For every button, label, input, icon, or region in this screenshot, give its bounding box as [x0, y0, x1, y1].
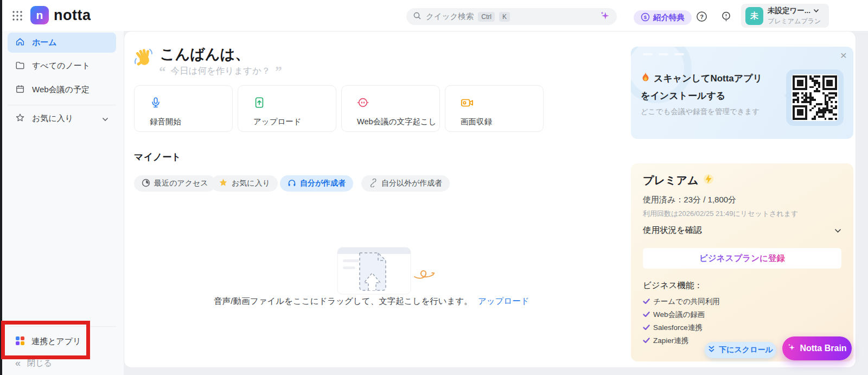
dollar-circle-icon: $ [641, 12, 650, 23]
premium-plan-panel: プレミアム 使用済み：23分 / 1,800分 利用回数は2026/02/25 … [631, 163, 853, 361]
notta-brain-button[interactable]: Notta Brain [782, 336, 852, 360]
sidebar-item-label: お気に入り [32, 113, 73, 124]
chevron-down-icon [813, 7, 819, 15]
top-header: n notta クイック検索 Ctrl K [0, 0, 868, 31]
business-plan-upgrade-button[interactable]: ビジネスプランに登録 [643, 248, 841, 269]
greeting-title: こんばんは、 [160, 45, 250, 64]
kbd-ctrl: Ctrl [478, 12, 495, 22]
sidebar-divider [8, 105, 116, 105]
empty-state-caption: 音声/動画ファイルをここにドラッグして、文字起こしを行います。アップロード [124, 296, 619, 307]
sidebar-item-label: すべてのノート [32, 61, 90, 71]
integrations-apps-icon [15, 336, 25, 347]
sparkle-icon [787, 343, 796, 354]
filter-favorites[interactable]: お気に入り [211, 175, 278, 192]
quote-close-icon: ” [275, 67, 282, 75]
feature-item: Web会議の録画 [643, 310, 705, 320]
workspace-selector[interactable]: 未 未設定ワー... プレミアムプラン [741, 4, 829, 28]
window-edge-strip [0, 0, 2, 375]
meeting-bot-icon [357, 101, 369, 110]
empty-state-illustration [337, 243, 437, 298]
home-icon [15, 37, 25, 48]
action-label: 画面収録 [461, 117, 543, 127]
referral-bonus-button[interactable]: $ 紹介特典 [634, 10, 692, 25]
qr-code [793, 75, 837, 120]
filter-created-by-me[interactable]: 自分が作成者 [280, 175, 353, 192]
help-icon[interactable]: ? [695, 10, 707, 22]
sidebar-divider [8, 326, 116, 327]
filter-label: 最近のアクセス [154, 179, 208, 188]
file-upload-icon [253, 101, 265, 110]
close-icon[interactable]: × [840, 49, 847, 62]
filter-label: 自分以外が作成者 [381, 179, 442, 188]
usage-status-toggle[interactable]: 使用状況を確認 [643, 225, 841, 236]
filter-label: 自分が作成者 [300, 179, 346, 188]
workspace-plan: プレミアムプラン [768, 17, 821, 25]
qr-code-bubble [786, 69, 844, 126]
meeting-transcription-card[interactable]: Web会議の文字起こし [341, 85, 440, 132]
screen-record-icon [461, 101, 474, 110]
workspace-name: 未設定ワー... [768, 6, 810, 16]
business-features-title: ビジネス機能： [643, 280, 703, 291]
double-chevron-down-icon [708, 346, 715, 354]
feature-item: チームでの共同利用 [643, 297, 720, 307]
notta-wordmark: notta [54, 7, 91, 24]
main-content: こんばんは、 “ 今日は何を作りますか？ ” 録音開始 アップ [124, 31, 856, 368]
quick-search-input[interactable]: クイック検索 Ctrl K [406, 8, 617, 25]
promo-title: スキャンしてNottaアプリ をインストールする どこでも会議や録音を管理できま… [641, 71, 783, 117]
collapse-label: 閉じる [27, 358, 52, 368]
apps-grid-icon[interactable] [11, 9, 24, 22]
check-icon [643, 324, 650, 332]
filter-created-by-others[interactable]: 自分以外が作成者 [361, 175, 450, 192]
integrations-label: 連携とアプリ [31, 336, 81, 347]
notta-brain-label: Notta Brain [800, 344, 846, 353]
check-icon [643, 298, 650, 306]
calendar-icon [15, 84, 25, 96]
upload-link[interactable]: アップロード [478, 296, 529, 306]
kbd-k: K [499, 12, 510, 22]
whats-new-bulb-icon[interactable] [720, 10, 732, 22]
search-placeholder: クイック検索 [426, 11, 474, 22]
scroll-down-button[interactable]: 下にスクロール [705, 342, 776, 358]
start-recording-card[interactable]: 録音開始 [134, 85, 233, 132]
filter-recent-access[interactable]: 最近のアクセス [134, 175, 216, 192]
check-icon [643, 337, 650, 345]
sidebar-collapse-button[interactable]: « 閉じる [8, 355, 122, 371]
sidebar-item-favorites[interactable]: お気に入り [8, 109, 116, 129]
my-notes-title: マイノート [134, 151, 181, 163]
usage-reset-note: 利用回数は2026/02/25 21:49にリセットされます [643, 209, 798, 219]
notta-home-page: n notta クイック検索 Ctrl K [0, 0, 868, 375]
notta-logo[interactable]: n notta [30, 6, 91, 24]
action-label: アップロード [253, 117, 336, 127]
double-chevron-left-icon: « [15, 358, 21, 368]
folder-icon [15, 60, 25, 72]
clock-icon [142, 179, 150, 189]
search-icon [413, 11, 422, 22]
action-label: Web会議の文字起こし [357, 117, 439, 127]
link-icon [369, 179, 378, 189]
notta-logo-icon: n [30, 6, 49, 24]
premium-title: プレミアム [643, 173, 714, 188]
chevron-down-icon [834, 226, 841, 236]
chevron-down-icon[interactable] [102, 114, 108, 123]
sidebar-item-home[interactable]: ホーム [8, 33, 116, 53]
ai-sparkle-icon[interactable] [599, 10, 610, 23]
screen-record-card[interactable]: 画面収録 [445, 85, 544, 132]
star-outline-icon [15, 113, 25, 124]
usage-label: 使用済み：23分 / 1,800分 [643, 195, 736, 205]
action-label: 録音開始 [150, 117, 232, 127]
svg-text:?: ? [700, 13, 704, 20]
feature-item: Zapier連携 [643, 336, 688, 346]
sidebar-item-all-notes[interactable]: すべてのノート [8, 56, 116, 76]
star-icon [219, 178, 228, 189]
headphones-icon [288, 179, 296, 189]
feature-item: Salesforce連携 [643, 323, 703, 333]
greeting-quote: “ 今日は何を作りますか？ ” [159, 65, 282, 77]
mic-icon [150, 101, 162, 110]
sidebar-item-meeting-schedule[interactable]: Web会議の予定 [8, 80, 116, 100]
lightning-icon [703, 173, 714, 188]
quote-open-icon: “ [159, 67, 166, 75]
sidebar-item-label: ホーム [32, 37, 57, 48]
upload-card[interactable]: アップロード [238, 85, 336, 132]
scroll-down-label: 下にスクロール [719, 345, 773, 355]
sidebar-item-integrations[interactable]: 連携とアプリ [8, 330, 122, 352]
